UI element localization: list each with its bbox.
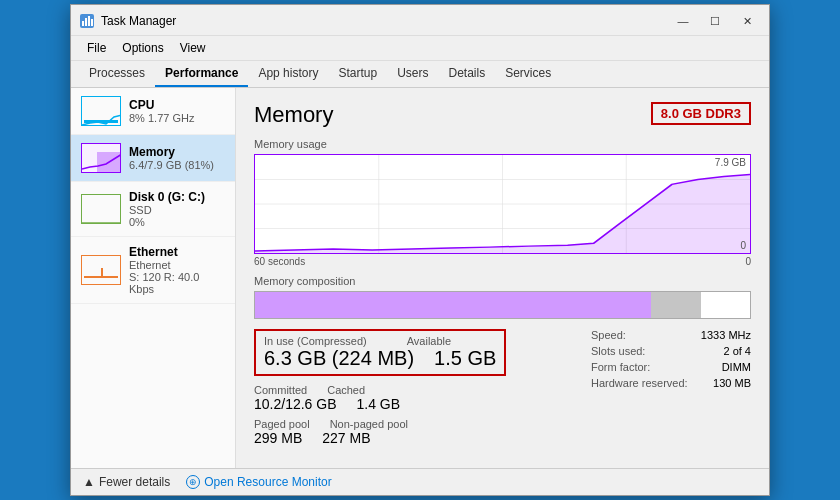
sidebar: CPU 8% 1.77 GHz Memory 6.4/7.9 GB (81%) xyxy=(71,88,236,468)
pools-group: Paged pool Non-paged pool 299 MB 227 MB xyxy=(254,418,591,446)
inuse-value: 6.3 GB (224 MB) xyxy=(264,347,414,370)
window-title: Task Manager xyxy=(101,14,669,28)
paged-pool-value: 299 MB xyxy=(254,430,302,446)
memory-usage-chart: 7.9 GB 0 xyxy=(254,154,751,254)
tab-services[interactable]: Services xyxy=(495,61,561,87)
inuse-available-values: 6.3 GB (224 MB) 1.5 GB xyxy=(264,347,496,370)
cpu-thumb xyxy=(81,96,121,126)
tab-startup[interactable]: Startup xyxy=(328,61,387,87)
chart-min: 0 xyxy=(740,240,746,251)
nonpaged-pool-label: Non-paged pool xyxy=(330,418,408,430)
form-value: DIMM xyxy=(722,361,751,373)
pools-labels: Paged pool Non-paged pool xyxy=(254,418,591,430)
disk-info: Disk 0 (G: C:) SSD0% xyxy=(129,190,225,228)
memory-info: Memory 6.4/7.9 GB (81%) xyxy=(129,145,225,171)
stats-row: In use (Compressed) Available 6.3 GB (22… xyxy=(254,329,751,452)
arrow-up-icon: ▲ xyxy=(83,475,95,489)
menu-view[interactable]: View xyxy=(172,38,214,58)
svg-rect-2 xyxy=(85,18,87,26)
sidebar-item-ethernet[interactable]: Ethernet EthernetS: 120 R: 40.0 Kbps xyxy=(71,237,235,304)
nonpaged-pool-value: 227 MB xyxy=(322,430,370,446)
hw-reserved-label: Hardware reserved: xyxy=(591,377,688,389)
cpu-mini-chart xyxy=(82,97,121,126)
taskmanager-icon xyxy=(79,13,95,29)
eth-line xyxy=(84,276,118,278)
memory-composition-bar xyxy=(254,291,751,319)
ethernet-sub: EthernetS: 120 R: 40.0 Kbps xyxy=(129,259,225,295)
stats-left: In use (Compressed) Available 6.3 GB (22… xyxy=(254,329,591,452)
usage-label: Memory usage xyxy=(254,138,751,150)
menu-file[interactable]: File xyxy=(79,38,114,58)
memory-title: Memory xyxy=(254,102,333,128)
slots-label: Slots used: xyxy=(591,345,645,357)
open-monitor-label: Open Resource Monitor xyxy=(204,475,331,489)
committed-cached-group: Committed Cached 10.2/12.6 GB 1.4 GB xyxy=(254,384,591,412)
fewer-details-button[interactable]: ▲ Fewer details xyxy=(83,475,170,489)
inuse-label: In use (Compressed) xyxy=(264,335,367,347)
fewer-details-label: Fewer details xyxy=(99,475,170,489)
available-value: 1.5 GB xyxy=(434,347,496,370)
eth-spike xyxy=(101,268,103,276)
title-bar: Task Manager — ☐ ✕ xyxy=(71,5,769,36)
menu-options[interactable]: Options xyxy=(114,38,171,58)
inuse-available-box: In use (Compressed) Available 6.3 GB (22… xyxy=(254,329,506,376)
sidebar-item-memory[interactable]: Memory 6.4/7.9 GB (81%) xyxy=(71,135,235,182)
composition-label: Memory composition xyxy=(254,275,751,287)
inuse-available-labels: In use (Compressed) Available xyxy=(264,335,496,347)
tab-processes[interactable]: Processes xyxy=(79,61,155,87)
menu-bar: File Options View xyxy=(71,36,769,61)
committed-cached-values: 10.2/12.6 GB 1.4 GB xyxy=(254,396,591,412)
svg-rect-4 xyxy=(91,19,93,26)
stats-right: Speed: 1333 MHz Slots used: 2 of 4 Form … xyxy=(591,329,751,452)
disk-label: Disk 0 (G: C:) xyxy=(129,190,225,204)
committed-label: Committed xyxy=(254,384,307,396)
cached-value: 1.4 GB xyxy=(357,396,401,412)
cpu-label: CPU xyxy=(129,98,225,112)
chart-max: 7.9 GB xyxy=(715,157,746,168)
cpu-sub: 8% 1.77 GHz xyxy=(129,112,225,124)
mem-comp-standby xyxy=(651,292,701,318)
disk-sub: SSD0% xyxy=(129,204,225,228)
close-button[interactable]: ✕ xyxy=(733,11,761,31)
disk-mini-chart xyxy=(82,195,121,224)
pools-values: 299 MB 227 MB xyxy=(254,430,591,446)
ethernet-label: Ethernet xyxy=(129,245,225,259)
tab-apphistory[interactable]: App history xyxy=(248,61,328,87)
window-controls: — ☐ ✕ xyxy=(669,11,761,31)
chart-time-left: 60 seconds xyxy=(254,256,305,267)
committed-value: 10.2/12.6 GB xyxy=(254,396,337,412)
available-label: Available xyxy=(407,335,451,347)
mem-comp-inuse xyxy=(255,292,651,318)
tab-users[interactable]: Users xyxy=(387,61,438,87)
sidebar-item-cpu[interactable]: CPU 8% 1.77 GHz xyxy=(71,88,235,135)
paged-pool-label: Paged pool xyxy=(254,418,310,430)
footer: ▲ Fewer details ⊕ Open Resource Monitor xyxy=(71,468,769,495)
mem-mini-chart xyxy=(82,144,121,173)
memory-badge: 8.0 GB DDR3 xyxy=(651,102,751,125)
hw-reserved-value: 130 MB xyxy=(713,377,751,389)
slots-stat: Slots used: 2 of 4 xyxy=(591,345,751,357)
tab-details[interactable]: Details xyxy=(438,61,495,87)
open-resource-monitor-link[interactable]: ⊕ Open Resource Monitor xyxy=(186,475,331,489)
maximize-button[interactable]: ☐ xyxy=(701,11,729,31)
svg-rect-1 xyxy=(82,21,84,26)
committed-cached-labels: Committed Cached xyxy=(254,384,591,396)
form-label: Form factor: xyxy=(591,361,650,373)
memory-label: Memory xyxy=(129,145,225,159)
sidebar-item-disk[interactable]: Disk 0 (G: C:) SSD0% xyxy=(71,182,235,237)
tab-performance[interactable]: Performance xyxy=(155,61,248,87)
cpu-info: CPU 8% 1.77 GHz xyxy=(129,98,225,124)
ethernet-info: Ethernet EthernetS: 120 R: 40.0 Kbps xyxy=(129,245,225,295)
content-area: CPU 8% 1.77 GHz Memory 6.4/7.9 GB (81%) xyxy=(71,88,769,468)
minimize-button[interactable]: — xyxy=(669,11,697,31)
cached-label: Cached xyxy=(327,384,365,396)
ethernet-thumb xyxy=(81,255,121,285)
memory-sub: 6.4/7.9 GB (81%) xyxy=(129,159,225,171)
svg-rect-3 xyxy=(88,16,90,26)
memory-chart-svg xyxy=(255,155,750,253)
speed-label: Speed: xyxy=(591,329,626,341)
memory-header: Memory 8.0 GB DDR3 xyxy=(254,102,751,128)
hw-reserved-stat: Hardware reserved: 130 MB xyxy=(591,377,751,389)
form-stat: Form factor: DIMM xyxy=(591,361,751,373)
chart-time-right: 0 xyxy=(745,256,751,267)
